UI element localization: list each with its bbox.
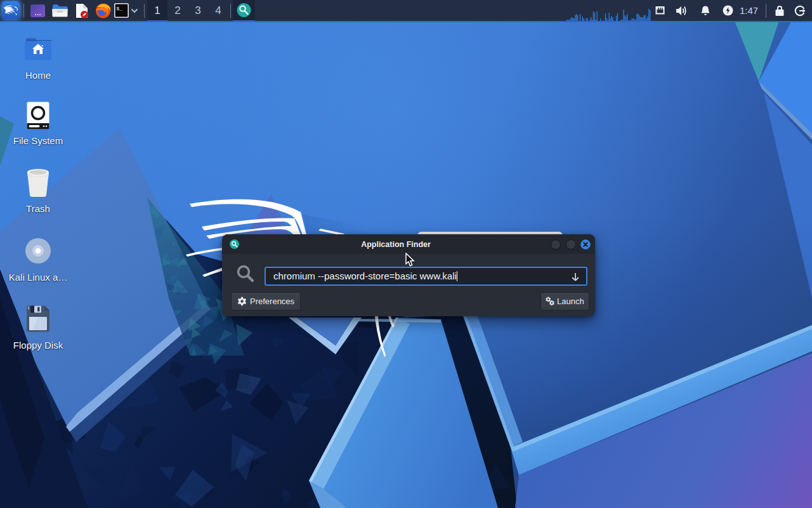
svg-text:$_: $_ bbox=[117, 6, 123, 11]
